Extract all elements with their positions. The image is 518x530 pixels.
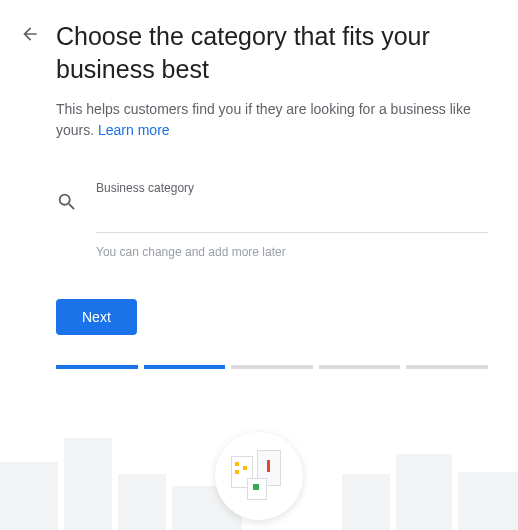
- learn-more-link[interactable]: Learn more: [98, 122, 170, 138]
- input-label: Business category: [96, 181, 488, 195]
- page-subtitle: This helps customers find you if they ar…: [56, 99, 488, 141]
- progress-indicator: [56, 365, 488, 369]
- page-title: Choose the category that fits your busin…: [56, 20, 488, 85]
- business-category-input[interactable]: [96, 199, 488, 233]
- footer-illustration: [0, 415, 518, 530]
- shopping-bags-icon: [215, 432, 303, 520]
- progress-step: [231, 365, 313, 369]
- progress-step: [319, 365, 401, 369]
- back-arrow-icon[interactable]: [20, 24, 40, 48]
- progress-step: [144, 365, 226, 369]
- input-hint: You can change and add more later: [96, 245, 488, 259]
- next-button[interactable]: Next: [56, 299, 137, 335]
- progress-step: [56, 365, 138, 369]
- progress-step: [406, 365, 488, 369]
- search-icon: [56, 191, 78, 217]
